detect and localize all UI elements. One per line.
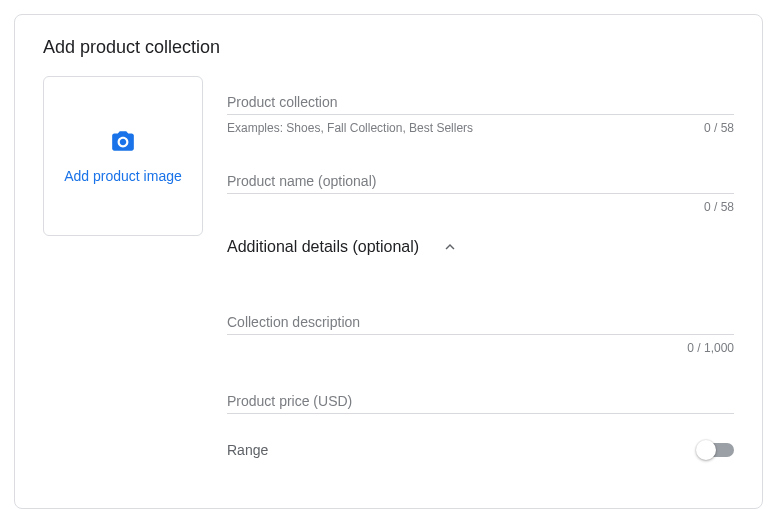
add-product-image-button[interactable]: Add product image <box>43 76 203 236</box>
collection-description-input[interactable]: Collection description <box>227 296 734 335</box>
name-counter: 0 / 58 <box>704 200 734 214</box>
range-toggle[interactable] <box>698 443 734 457</box>
product-price-input[interactable]: Product price (USD) <box>227 375 734 414</box>
range-label: Range <box>227 442 268 458</box>
product-name-input[interactable]: Product name (optional) <box>227 155 734 194</box>
add-image-label: Add product image <box>64 168 182 184</box>
card-title: Add product collection <box>43 37 734 58</box>
additional-details-title: Additional details (optional) <box>227 238 419 256</box>
collection-counter: 0 / 58 <box>704 121 734 135</box>
toggle-knob <box>696 440 716 460</box>
fields-column: Product collection Examples: Shoes, Fall… <box>227 76 734 462</box>
chevron-up-icon <box>441 238 459 256</box>
product-collection-input[interactable]: Product collection <box>227 76 734 115</box>
additional-details-toggle[interactable]: Additional details (optional) <box>227 220 734 266</box>
description-counter: 0 / 1,000 <box>687 341 734 355</box>
camera-icon <box>110 128 136 158</box>
collection-examples: Examples: Shoes, Fall Collection, Best S… <box>227 121 473 135</box>
add-collection-card: Add product collection Add product image… <box>14 14 763 509</box>
